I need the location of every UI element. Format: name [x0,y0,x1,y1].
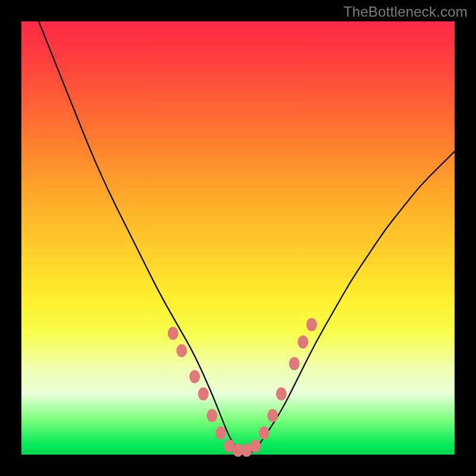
chart-svg [21,21,455,455]
data-marker [306,318,317,331]
data-marker [168,327,178,340]
data-marker [206,409,217,422]
data-marker [250,439,261,452]
data-marker [198,387,209,400]
chart-frame: TheBottleneck.com [0,0,476,476]
data-marker [289,357,300,370]
data-marker [215,427,226,440]
data-markers [168,318,317,457]
bottleneck-curve [39,21,455,453]
data-marker [298,336,308,349]
watermark-text: TheBottleneck.com [343,4,468,20]
data-marker [189,370,200,383]
data-marker [276,387,287,400]
data-marker [176,344,187,357]
data-marker [259,427,270,440]
data-marker [267,409,278,422]
